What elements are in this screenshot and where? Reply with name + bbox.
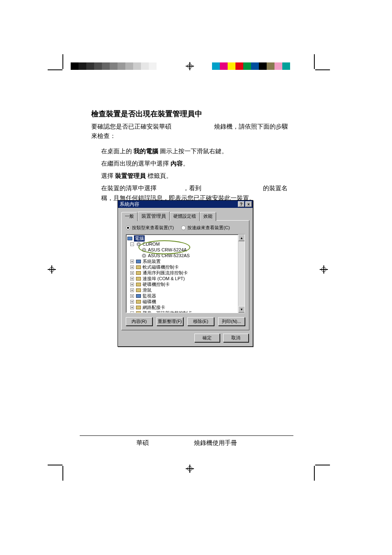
crop-mark [48,69,62,70]
expand-icon[interactable]: + [130,306,134,309]
expand-icon[interactable]: + [130,300,134,304]
tabs-row: 一般 裝置管理員 硬體設定檔 效能 [121,211,249,220]
radio-dot-icon [126,226,130,230]
tree-device-1[interactable]: ASUS CRW-5224A [127,247,244,253]
step-text: 。 [183,160,189,167]
tree-label: 連接埠 (COM & LPT) [143,276,185,282]
expand-icon[interactable]: + [130,271,134,275]
step-bold: 裝置管理員 [115,172,146,179]
color-bar [212,62,290,70]
tree-label: ASUS CRW-5232AS [148,253,190,258]
step-text: 在桌面上的 [101,147,134,154]
system-properties-dialog: 系統內容 ? × 一般 裝置管理員 硬體設定檔 效能 按類型來查看裝置(T) 按… [118,200,253,347]
step-text: 選擇 [101,172,115,179]
tab-device-manager[interactable]: 裝置管理員 [138,212,170,221]
tree-label: 硬碟機控制卡 [143,281,170,288]
cancel-button[interactable]: 取消 [223,334,249,342]
monitor-icon [136,259,141,264]
scrollbar[interactable]: ▲ ▼ [238,235,244,313]
tree-root[interactable]: 電腦 [127,235,244,241]
tree-label: 系統裝置 [143,258,161,265]
cdrom-icon [136,242,141,246]
tree-system-devices[interactable]: +系統裝置 [127,258,244,264]
properties-button[interactable]: 內容(R) [126,317,152,326]
tree-hdd-controller[interactable]: +硬碟機控制卡 [127,281,244,287]
mouse-icon [136,288,141,292]
tree-floppy-controller[interactable]: +軟式磁碟機控制卡 [127,264,244,270]
ok-button[interactable]: 確定 [194,334,220,342]
registration-mark [48,265,56,274]
registration-mark [320,265,328,274]
footer-divider [80,435,293,436]
remove-button[interactable]: 移除(E) [187,317,214,326]
tree-label: 監視器 [143,293,156,299]
step-text: 在繼而出現的選單中選擇 [101,160,171,167]
tab-general[interactable]: 一般 [121,212,138,221]
expand-icon[interactable]: + [130,260,134,263]
tree-label: 電腦 [134,235,145,242]
section-title: 檢查裝置是否出現在裝置管理員中 [91,109,293,119]
print-button[interactable]: 列印(N)... [218,317,245,326]
tree-network[interactable]: +網路配接卡 [127,304,244,310]
port-icon [136,276,141,281]
crop-mark [62,54,63,69]
help-button[interactable]: ? [238,201,244,207]
cdrom-icon [141,247,147,252]
tree-label: 網路配接卡 [143,304,165,311]
step-text: 標籤頁。 [146,172,172,179]
radio-view-by-connection[interactable]: 按連線來查看裝置(C) [181,225,230,231]
registration-mark [186,465,194,473]
tree-cdrom[interactable]: -CDROM [127,241,244,247]
tree-ports[interactable]: +連接埠 (COM & LPT) [127,276,244,281]
expand-icon[interactable]: + [130,311,134,313]
network-icon [136,305,141,310]
refresh-button[interactable]: 重新整理(F) [157,317,183,326]
expand-icon[interactable]: + [130,294,134,298]
dialog-title-bar[interactable]: 系統內容 ? × [118,200,253,208]
page-footer: 華碩燒錄機使用手冊 [80,435,293,447]
crop-mark [314,466,315,481]
tree-disk[interactable]: +磁碟機 [127,299,244,304]
radio-dot-icon [181,226,186,230]
dialog-title: 系統內容 [120,201,237,208]
tree-label: 磁碟機 [143,299,156,305]
steps-list: 在桌面上的 我的電腦 圖示上按一下滑鼠右鍵。 在繼而出現的選單中選擇 內容。 選… [101,146,293,203]
tree-device-2[interactable]: ASUS CRW-5232AS [127,253,244,258]
sound-icon [136,311,141,313]
cdrom-icon [141,253,147,258]
expand-icon[interactable]: + [130,283,134,286]
tree-label: CDROM [143,242,160,246]
collapse-icon[interactable]: - [130,242,134,246]
close-button[interactable]: × [245,201,252,207]
scroll-up-button[interactable]: ▲ [238,235,245,241]
content-area: 檢查裝置是否出現在裝置管理員中 要確認您是否已正確安裝華碩燒錄機，請依照下面的步… [91,109,293,205]
tree-usb-controller[interactable]: +通用序列匯流排控制卡 [127,270,244,276]
footer-text: 華碩燒錄機使用手冊 [80,439,293,447]
computer-icon [127,236,133,241]
view-radios: 按類型來查看裝置(T) 按連線來查看裝置(C) [126,225,245,231]
tree-label: 通用序列匯流排控制卡 [143,270,188,276]
tab-performance[interactable]: 效能 [200,212,216,221]
scroll-down-button[interactable]: ▼ [238,306,245,313]
expand-icon[interactable]: + [130,265,134,269]
expand-icon[interactable]: + [130,288,134,292]
crop-mark [48,465,62,465]
expand-icon[interactable]: + [130,277,134,281]
device-icon [136,265,141,269]
crop-mark [62,466,63,481]
step-text: 在裝置的清單中選擇 [101,184,157,191]
tree-sound[interactable]: +聲音、視訊與遊戲控制卡 [127,310,244,313]
dialog-footer: 確定 取消 [118,334,253,346]
crop-mark [315,69,330,70]
monitor-icon [136,293,141,298]
radio-view-by-type[interactable]: 按類型來查看裝置(T) [126,225,174,231]
registration-mark [186,62,194,70]
step-text: ，看到 [183,184,201,191]
step-bold: 內容 [171,160,183,167]
tree-mouse[interactable]: +滑鼠 [127,287,244,293]
tree-monitor[interactable]: +監視器 [127,293,244,299]
step-bold: 我的電腦 [134,147,158,154]
tab-hardware-profiles[interactable]: 硬體設定檔 [170,212,200,221]
device-tree[interactable]: 電腦 -CDROM ASUS CRW-5224A ASUS CRW-5232AS… [126,234,245,313]
crop-mark [315,465,330,465]
